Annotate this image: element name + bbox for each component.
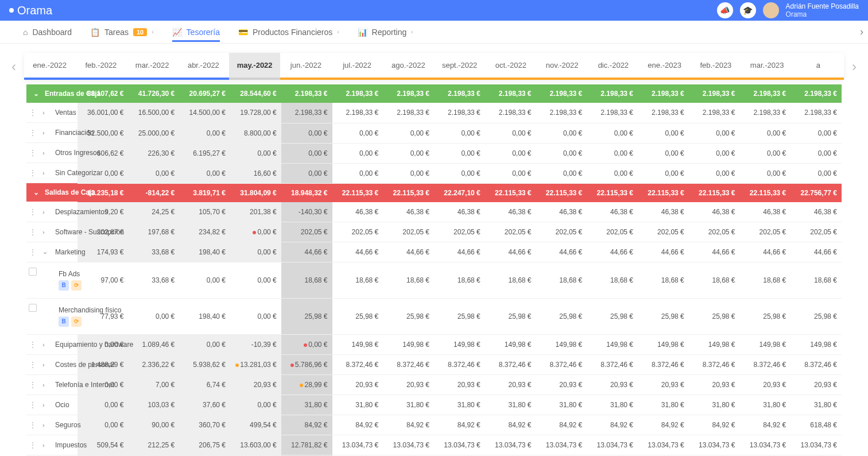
cell-value[interactable]: 0,00 € — [638, 123, 689, 143]
cell-value[interactable]: 0,00 € — [434, 143, 485, 163]
cell-value[interactable]: 0,00 € — [179, 163, 230, 183]
expand-icon[interactable]: › — [42, 341, 49, 348]
drag-handle-icon[interactable]: ⋮ — [29, 400, 37, 409]
cell-value[interactable]: 198,40 € — [179, 242, 230, 262]
cell-value[interactable]: 202,05 € — [740, 222, 791, 242]
drag-handle-icon[interactable]: ⋮ — [29, 420, 37, 430]
cell-value[interactable]: 0,00 € — [536, 163, 587, 183]
cell-value[interactable]: 8.372,46 € — [332, 355, 383, 375]
cell-value[interactable]: 0,00 € — [485, 123, 536, 143]
cell-value[interactable]: 25,98 € — [332, 299, 383, 335]
cell-value[interactable]: 0,00 € — [281, 163, 332, 183]
drag-handle-icon[interactable]: ⋮ — [29, 108, 37, 117]
cell-value[interactable]: 0,00 € — [78, 415, 129, 435]
drag-handle-icon[interactable]: ⋮ — [29, 227, 37, 237]
drag-handle-icon[interactable]: ⋮ — [29, 440, 37, 450]
cell-value[interactable]: 84,92 € — [638, 415, 689, 435]
cell-value[interactable]: 149,98 € — [638, 335, 689, 355]
cell-value[interactable]: 149,98 € — [790, 335, 842, 355]
cell-value[interactable]: 25,98 € — [587, 299, 638, 335]
cell-value[interactable]: 202,05 € — [790, 222, 842, 242]
cell-value[interactable]: 20,93 € — [332, 375, 383, 395]
cell-value[interactable]: 44,66 € — [332, 242, 383, 262]
cell-value[interactable]: 0,00 € — [536, 143, 587, 163]
cell-value[interactable]: 0,00 € — [536, 123, 587, 143]
cell-value[interactable]: 0,00 € — [383, 143, 434, 163]
cell-value[interactable]: 25,98 € — [740, 299, 791, 335]
cell-value[interactable]: 44,66 € — [790, 242, 842, 262]
cell-value[interactable]: 46,38 € — [485, 202, 536, 222]
cell-value[interactable]: 0,00 € — [587, 123, 638, 143]
expand-icon[interactable]: › — [42, 381, 49, 388]
cell-value[interactable]: 226,30 € — [129, 143, 180, 163]
cell-value[interactable]: 25.000,00 € — [129, 123, 180, 143]
cell-value[interactable]: 8.372,46 € — [638, 355, 689, 375]
nav-scroll-right[interactable]: › — [860, 26, 863, 38]
cell-value[interactable]: 202,05 € — [638, 222, 689, 242]
cell-value[interactable]: 18,68 € — [740, 262, 791, 299]
cell-value[interactable]: 0,00 € — [332, 143, 383, 163]
cell-value[interactable]: 499,54 € — [230, 415, 281, 435]
cell-value[interactable]: 25,98 € — [383, 299, 434, 335]
cell-value[interactable]: 46,38 € — [740, 202, 791, 222]
cell-value[interactable]: 46,38 € — [383, 202, 434, 222]
cell-value[interactable]: 13.034,73 € — [587, 435, 638, 455]
cell-value[interactable]: 0,00 € — [129, 163, 180, 183]
cell-value[interactable]: 31,80 € — [740, 395, 791, 415]
section-header[interactable]: ⌄Entradas de Caja89.107,62 €41.726,30 €2… — [26, 84, 842, 103]
cell-value[interactable]: 19.728,00 € — [230, 103, 281, 123]
cell-value[interactable]: 0,00 € — [587, 143, 638, 163]
cell-value[interactable]: 25,98 € — [536, 299, 587, 335]
expand-icon[interactable]: › — [42, 109, 49, 116]
cell-value[interactable]: 0,00 € — [383, 123, 434, 143]
cell-value[interactable]: 16,60 € — [230, 163, 281, 183]
cell-value[interactable]: 0,00 € — [230, 299, 281, 335]
cell-value[interactable]: 84,92 € — [485, 415, 536, 435]
cell-value[interactable]: 25,98 € — [790, 299, 842, 335]
cell-value[interactable]: 0,00 € — [230, 143, 281, 163]
expand-icon[interactable]: › — [42, 422, 49, 428]
cell-value[interactable]: 0,00 € — [638, 143, 689, 163]
expand-icon[interactable]: › — [42, 361, 49, 368]
cell-value[interactable]: 20,93 € — [740, 375, 791, 395]
cell-value[interactable]: 84,92 € — [434, 415, 485, 435]
cell-value[interactable]: -10,39 € — [230, 335, 281, 355]
checkbox[interactable] — [29, 268, 37, 276]
cell-value[interactable]: 0,00 € — [740, 123, 791, 143]
cell-value[interactable]: 1.089,46 € — [129, 335, 180, 355]
cell-value[interactable]: 2.198,33 € — [485, 103, 536, 123]
cell-value[interactable]: 2.198,33 € — [434, 103, 485, 123]
cell-value[interactable]: 0,00 € — [790, 123, 842, 143]
cell-value[interactable]: 2.198,33 € — [383, 103, 434, 123]
drag-handle-icon[interactable]: ⋮ — [29, 207, 37, 217]
cell-value[interactable]: 2.198,33 € — [536, 103, 587, 123]
month-cell[interactable]: ene.-2022 — [24, 53, 75, 78]
cell-value[interactable]: 2.198,33 € — [638, 103, 689, 123]
cell-value[interactable]: 84,92 € — [740, 415, 791, 435]
cell-value[interactable]: 149,98 € — [485, 335, 536, 355]
expand-icon[interactable]: › — [42, 208, 49, 215]
cell-value[interactable]: 202,05 € — [689, 222, 740, 242]
cell-value[interactable]: 44,66 € — [434, 242, 485, 262]
user-info[interactable]: Adrián Fuente Posadilla Orama — [786, 2, 859, 19]
cell-value[interactable]: 84,92 € — [281, 415, 332, 435]
cell-value[interactable]: 6.195,27 € — [179, 143, 230, 163]
cell-value[interactable]: 8.800,00 € — [230, 123, 281, 143]
cell-value[interactable]: 8.372,46 € — [536, 355, 587, 375]
drag-handle-icon[interactable]: ⋮ — [29, 380, 37, 389]
cell-value[interactable]: 198,40 € — [179, 299, 230, 335]
cell-value[interactable]: 149,98 € — [740, 335, 791, 355]
cell-value[interactable]: 8.372,46 € — [587, 355, 638, 375]
cell-value[interactable]: 0,00 € — [383, 163, 434, 183]
cell-value[interactable]: 0,00 € — [332, 163, 383, 183]
cell-value[interactable]: 0,00 € — [638, 163, 689, 183]
cell-value[interactable]: 44,66 € — [638, 242, 689, 262]
cell-value[interactable]: 0,00 € — [281, 143, 332, 163]
cell-value[interactable]: 25,98 € — [638, 299, 689, 335]
cell-value[interactable]: 0,00 € — [790, 163, 842, 183]
cell-value[interactable]: 46,38 € — [689, 202, 740, 222]
drag-handle-icon[interactable]: ⋮ — [29, 340, 37, 349]
cell-value[interactable]: 0,00 € — [485, 143, 536, 163]
cell-value[interactable]: 84,92 € — [536, 415, 587, 435]
cell-value[interactable]: 20,93 € — [790, 375, 842, 395]
